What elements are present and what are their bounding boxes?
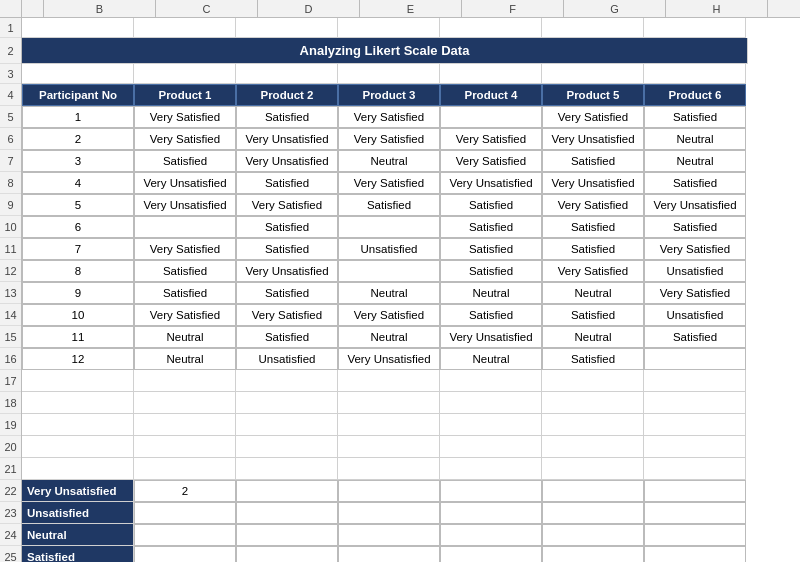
r15-participant: 11	[22, 326, 134, 348]
r1-c	[134, 18, 236, 38]
r17-c	[134, 370, 236, 392]
r16-p1: Neutral	[134, 348, 236, 370]
r5-p4	[440, 106, 542, 128]
r3-e	[338, 64, 440, 84]
r22-e	[338, 480, 440, 502]
r12-p1: Satisfied	[134, 260, 236, 282]
r13-p3: Neutral	[338, 282, 440, 304]
r1-f	[440, 18, 542, 38]
r25-h	[644, 546, 746, 562]
r6-p5: Very Unsatisfied	[542, 128, 644, 150]
r5-p2: Satisfied	[236, 106, 338, 128]
r5-p1: Very Satisfied	[134, 106, 236, 128]
row-18	[22, 392, 800, 414]
row-22-header: 22	[0, 480, 21, 502]
row-7-header: 7	[0, 150, 21, 172]
r19-h	[644, 414, 746, 436]
r21-g	[542, 458, 644, 480]
spreadsheet: B C D E F G H 1 2 3 4 5 6 7 8 9 10 11 12…	[0, 0, 800, 562]
row-12-header: 12	[0, 260, 21, 282]
row-21	[22, 458, 800, 480]
r9-p5: Very Satisfied	[542, 194, 644, 216]
r9-p4: Satisfied	[440, 194, 542, 216]
r10-p1	[134, 216, 236, 238]
r24-e	[338, 524, 440, 546]
r23-f	[440, 502, 542, 524]
r18-d	[236, 392, 338, 414]
r1-b	[22, 18, 134, 38]
r22-d	[236, 480, 338, 502]
col-header-h: H	[666, 0, 768, 17]
r6-p2: Very Unsatisfied	[236, 128, 338, 150]
r20-c	[134, 436, 236, 458]
r3-g	[542, 64, 644, 84]
col-header-a	[0, 0, 22, 17]
row-16: 12 Neutral Unsatisfied Very Unsatisfied …	[22, 348, 800, 370]
r25-e	[338, 546, 440, 562]
row-3	[22, 64, 800, 84]
r5-participant: 1	[22, 106, 134, 128]
r13-p6: Very Satisfied	[644, 282, 746, 304]
r9-p3: Satisfied	[338, 194, 440, 216]
r24-h	[644, 524, 746, 546]
r17-d	[236, 370, 338, 392]
r12-p4: Satisfied	[440, 260, 542, 282]
r25-f	[440, 546, 542, 562]
row-17	[22, 370, 800, 392]
col-header-b: B	[44, 0, 156, 17]
row-21-header: 21	[0, 458, 21, 480]
r3-b	[22, 64, 134, 84]
row-20	[22, 436, 800, 458]
r5-p3: Very Satisfied	[338, 106, 440, 128]
r1-d	[236, 18, 338, 38]
r18-f	[440, 392, 542, 414]
r11-p4: Satisfied	[440, 238, 542, 260]
r17-e	[338, 370, 440, 392]
r18-e	[338, 392, 440, 414]
title-cell: Analyzing Likert Scale Data	[22, 38, 748, 64]
r14-p1: Very Satisfied	[134, 304, 236, 326]
r8-p5: Very Unsatisfied	[542, 172, 644, 194]
r6-p6: Neutral	[644, 128, 746, 150]
r16-p6	[644, 348, 746, 370]
row-6-header: 6	[0, 128, 21, 150]
r16-p2: Unsatisfied	[236, 348, 338, 370]
grid-area: Analyzing Likert Scale Data Participant …	[22, 18, 800, 562]
r8-p2: Satisfied	[236, 172, 338, 194]
r13-p4: Neutral	[440, 282, 542, 304]
row-14-header: 14	[0, 304, 21, 326]
r24-g	[542, 524, 644, 546]
r14-p2: Very Satisfied	[236, 304, 338, 326]
r8-p1: Very Unsatisfied	[134, 172, 236, 194]
r23-e	[338, 502, 440, 524]
r24-f	[440, 524, 542, 546]
row-25: Satisfied	[22, 546, 800, 562]
r12-p5: Very Satisfied	[542, 260, 644, 282]
row-25-header: 25	[0, 546, 21, 562]
r21-f	[440, 458, 542, 480]
row-23-header: 23	[0, 502, 21, 524]
r3-h	[644, 64, 746, 84]
r23-h	[644, 502, 746, 524]
header-product1: Product 1	[134, 84, 236, 106]
r11-p2: Satisfied	[236, 238, 338, 260]
r13-participant: 9	[22, 282, 134, 304]
r10-p2: Satisfied	[236, 216, 338, 238]
r3-c	[134, 64, 236, 84]
r11-p6: Very Satisfied	[644, 238, 746, 260]
row-10-header: 10	[0, 216, 21, 238]
r8-p4: Very Unsatisfied	[440, 172, 542, 194]
header-product4: Product 4	[440, 84, 542, 106]
r18-g	[542, 392, 644, 414]
r12-p2: Very Unsatisfied	[236, 260, 338, 282]
r1-e	[338, 18, 440, 38]
row-11: 7 Very Satisfied Satisfied Unsatisfied S…	[22, 238, 800, 260]
r12-participant: 8	[22, 260, 134, 282]
r17-g	[542, 370, 644, 392]
col-header-e: E	[360, 0, 462, 17]
r23-d	[236, 502, 338, 524]
r11-p3: Unsatisfied	[338, 238, 440, 260]
r11-participant: 7	[22, 238, 134, 260]
r22-g	[542, 480, 644, 502]
header-product2: Product 2	[236, 84, 338, 106]
